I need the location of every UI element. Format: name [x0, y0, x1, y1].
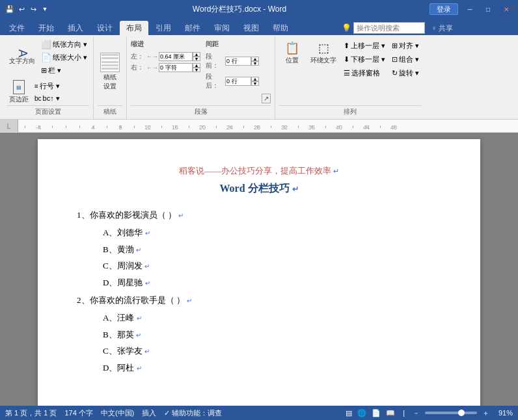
rotate-button[interactable]: ↻ 旋转 ▾ — [390, 67, 421, 79]
zoom-thumb[interactable] — [458, 410, 465, 416]
spell-check-status: ✓ 辅助功能：调查 — [164, 408, 222, 418]
document-header: 稻客说——办公技巧分享，提高工作效率 ↵ — [77, 165, 441, 177]
manuscript-label: 稿纸设置 — [103, 73, 116, 91]
indent-right-down[interactable]: ▼ — [193, 68, 200, 72]
minimize-button[interactable]: ─ — [463, 5, 476, 14]
space-top-input[interactable] — [225, 57, 251, 66]
zoom-level[interactable]: 91% — [495, 409, 513, 417]
paper-size-button[interactable]: 📄 纸张大小 ▾ — [39, 51, 89, 64]
word-count: 174 个字 — [64, 408, 92, 418]
text-direction-button[interactable]: A 文字方向 — [7, 42, 38, 73]
question-1-option-d: D、周星驰 ↵ — [77, 275, 441, 290]
search-input[interactable] — [353, 22, 425, 34]
page-info: 第 1 页，共 1 页 — [5, 408, 57, 418]
document-area: 稻客说——办公技巧分享，提高工作效率 ↵ Word 分栏技巧 ↵ 1、你喜欢的影… — [0, 133, 518, 420]
send-backward-icon: ⬇ — [344, 55, 349, 64]
send-backward-button[interactable]: ⬇ 下移一层 ▾ — [342, 53, 387, 66]
bring-forward-label: 上移一层 ▾ — [351, 41, 385, 51]
title-bar: 💾 ↩ ↪ ▼ Word分栏技巧.docx - Word 登录 ─ □ ✕ — [0, 0, 518, 18]
space-bottom-label: 段后： — [206, 72, 224, 90]
indent-right-input[interactable] — [159, 63, 193, 72]
question-1-option-b: B、黄渤 ↵ — [77, 242, 441, 257]
indent-left-input[interactable] — [159, 52, 193, 61]
space-bottom-up[interactable]: ▲ — [251, 77, 259, 81]
question-2-text: 2、你喜欢的流行歌手是（ ） — [77, 295, 185, 305]
margins-label: 纸张方向 ▾ — [53, 40, 87, 49]
lightning-icon: 💡 — [342, 23, 351, 33]
tab-home[interactable]: 开始 — [32, 21, 61, 35]
space-bottom-down[interactable]: ▼ — [251, 81, 259, 86]
tab-view[interactable]: 视图 — [237, 21, 266, 35]
question-2-option-a: A、汪峰 ↵ — [77, 310, 441, 325]
question-1-option-a: A、刘德华 ↵ — [77, 225, 441, 240]
position-button[interactable]: 📋 位置 — [279, 40, 305, 66]
view-print-icon[interactable]: 📄 — [372, 409, 381, 417]
q2-opt-d-text: D、阿杜 — [103, 363, 134, 373]
paragraph-expand-icon[interactable]: ↗ — [262, 94, 271, 103]
insert-mode: 插入 — [142, 408, 156, 418]
ruler-left-margin: L — [0, 120, 18, 132]
tab-design[interactable]: 设计 — [90, 21, 119, 35]
undo-icon[interactable]: ↩ — [17, 5, 26, 14]
tab-layout[interactable]: 布局 — [120, 21, 148, 35]
columns-label: 栏 ▾ — [48, 66, 61, 75]
indent-right-up[interactable]: ▲ — [193, 63, 200, 68]
rotate-label: 旋转 ▾ — [399, 68, 419, 78]
document-title-text: Word 分栏技巧 ↵ — [77, 182, 441, 196]
wrap-text-button[interactable]: ⬚ 环绕文字 — [308, 40, 339, 66]
view-web-icon[interactable]: 🌐 — [357, 409, 366, 417]
question-2-mark: ↵ — [187, 297, 192, 304]
customize-icon[interactable]: ▼ — [40, 5, 49, 14]
bring-forward-icon: ⬆ — [344, 42, 349, 50]
space-bottom-input[interactable] — [225, 77, 251, 86]
paragraph-mark: ↵ — [333, 167, 339, 175]
question-1-option-c: C、周润发 ↵ — [77, 258, 441, 273]
question-2-option-c: C、张学友 ↵ — [77, 343, 441, 358]
indent-left-down[interactable]: ▼ — [193, 57, 200, 61]
tab-insert[interactable]: 插入 — [61, 21, 90, 35]
language-indicator: 中文(中国) — [101, 408, 134, 418]
columns-button[interactable]: ⊞ 栏 ▾ — [39, 64, 89, 77]
zoom-minus-button[interactable]: － — [413, 408, 420, 418]
tab-help[interactable]: 帮助 — [266, 21, 295, 35]
q1-opt-d-text: D、周星驰 — [103, 278, 143, 287]
view-read-icon[interactable]: 📖 — [386, 409, 395, 417]
separator: | — [403, 409, 405, 417]
bring-forward-button[interactable]: ⬆ 上移一层 ▾ — [342, 40, 387, 52]
space-top-down[interactable]: ▼ — [251, 61, 259, 66]
document-header-text: 稻客说——办公技巧分享，提高工作效率 — [179, 166, 331, 176]
arrange-group-label: 排列 — [279, 105, 421, 118]
space-top-up[interactable]: ▲ — [251, 57, 259, 61]
margins-button[interactable]: ⬜ 纸张方向 ▾ — [39, 38, 89, 51]
zoom-slider[interactable] — [425, 412, 477, 414]
page-margins-button[interactable]: ▤ 页边距 — [7, 79, 31, 105]
doc-title-content: Word 分栏技巧 — [219, 183, 289, 194]
status-bar-left: 第 1 页，共 1 页 174 个字 中文(中国) 插入 ✓ 辅助功能：调查 — [5, 408, 222, 418]
space-top-label: 段前： — [206, 52, 224, 70]
q1-opt-b-text: B、黄渤 — [103, 244, 134, 254]
share-button[interactable]: ♀ 共享 — [431, 23, 453, 33]
zoom-plus-button[interactable]: ＋ — [482, 408, 489, 418]
ruler-inner: -44812162024283236404448 — [18, 120, 518, 132]
redo-icon[interactable]: ↪ — [29, 5, 38, 14]
save-icon[interactable]: 💾 — [5, 5, 14, 14]
q2-opt-b-text: B、那英 — [103, 330, 134, 339]
tab-file[interactable]: 文件 — [3, 21, 31, 35]
align-button[interactable]: ⊞ 对齐 ▾ — [390, 40, 421, 52]
line-numbers-button[interactable]: ≡ 行号 ▾ — [33, 80, 62, 92]
ribbon-group-arrange: 📋 位置 ⬚ 环绕文字 ⬆ 上移一层 ▾ ⬇ 下移一层 ▾ ☰ — [275, 37, 425, 119]
login-button[interactable]: 登录 — [429, 3, 458, 15]
restore-button[interactable]: □ — [482, 5, 495, 14]
selection-pane-button[interactable]: ☰ 选择窗格 — [342, 67, 387, 79]
status-bar: 第 1 页，共 1 页 174 个字 中文(中国) 插入 ✓ 辅助功能：调查 ▤… — [0, 406, 518, 420]
tab-references[interactable]: 引用 — [149, 21, 178, 35]
group-button[interactable]: ⊡ 组合 ▾ — [390, 53, 421, 66]
indent-left-up[interactable]: ▲ — [193, 52, 200, 57]
hyphenation-button[interactable]: bc bc↑ ▾ — [33, 93, 62, 104]
collapse-ribbon-button[interactable]: ∧ — [509, 3, 515, 13]
question-2-option-b: B、那英 ↵ — [77, 327, 441, 342]
tab-mailings[interactable]: 邮件 — [178, 21, 207, 35]
manuscript-settings-button[interactable]: 稿纸设置 — [98, 51, 122, 92]
tab-review[interactable]: 审阅 — [208, 21, 236, 35]
view-normal-icon[interactable]: ▤ — [346, 409, 352, 417]
